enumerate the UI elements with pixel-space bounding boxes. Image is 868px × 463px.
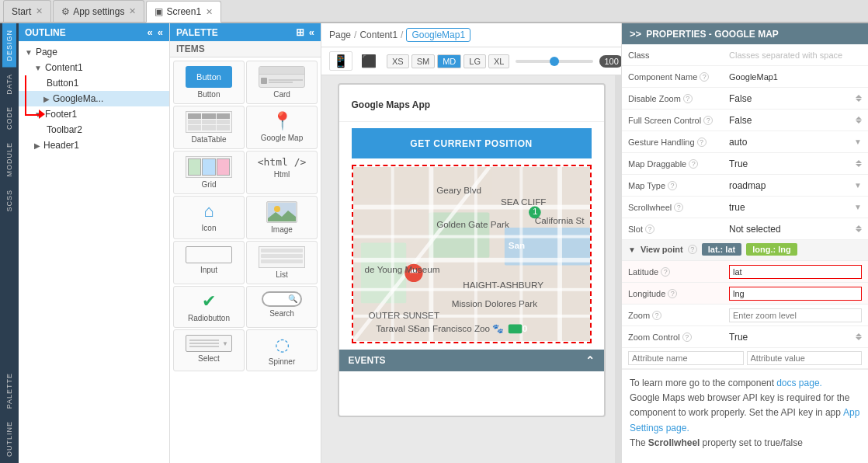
latitude-input[interactable] <box>729 265 862 279</box>
palette-collapse-icon[interactable]: « <box>309 26 314 38</box>
palette-grid-label: Grid <box>202 180 217 189</box>
tree-item-toolbar2[interactable]: Toolbar2 <box>19 122 169 138</box>
tab-app-settings[interactable]: ⚙ App settings ✕ <box>53 0 144 22</box>
viewpoint-badge-lat[interactable]: lat.: lat <box>702 243 741 256</box>
palette-item-input[interactable]: Input <box>173 241 245 284</box>
zoom-slider[interactable] <box>516 60 593 63</box>
palette-item-card[interactable]: Card <box>246 61 318 104</box>
sidebar-tab-scss[interactable]: SCSS <box>2 183 16 218</box>
disable-zoom-arrows[interactable] <box>856 95 862 102</box>
component-name-help[interactable]: ? <box>700 72 709 82</box>
palette-item-googlemap[interactable]: 📍 Google Map <box>246 106 318 149</box>
breadcrumb-content1[interactable]: Content1 <box>359 30 398 40</box>
expand-icon[interactable]: « <box>158 26 163 38</box>
phone-icon[interactable]: 📱 <box>329 51 352 71</box>
palette-grid-icon[interactable]: ⊞ <box>296 26 304 38</box>
device-icons: 📱 ⬛ <box>329 51 380 71</box>
palette-scroll: Button Button Card <box>170 57 321 463</box>
zoom-badge: 100 <box>599 55 621 68</box>
slot-arrows[interactable] <box>856 225 862 232</box>
tablet-icon[interactable]: ⬛ <box>357 51 380 71</box>
canvas-scrollbar[interactable] <box>615 75 621 463</box>
gesture-help[interactable]: ? <box>697 138 707 147</box>
fullscreen-arrows[interactable] <box>856 117 862 124</box>
attr-row <box>622 348 868 369</box>
draggable-help[interactable]: ? <box>689 159 698 169</box>
zoom-help[interactable]: ? <box>652 311 661 320</box>
props-label-disable-zoom: Disable Zoom ? <box>628 94 729 103</box>
longitude-input[interactable] <box>729 287 862 301</box>
latitude-help[interactable]: ? <box>661 267 670 277</box>
sidebar-tab-code[interactable]: CODE <box>2 100 16 136</box>
zoom-input[interactable] <box>729 308 862 322</box>
palette-item-grid[interactable]: Grid <box>173 151 245 194</box>
breadcrumb-page[interactable]: Page <box>329 30 351 40</box>
slot-help[interactable]: ? <box>645 225 654 234</box>
tree-item-button1[interactable]: Button1 <box>19 75 169 91</box>
map-svg: Golden Gate Park de Young Museum San SEA… <box>353 166 590 342</box>
tree-item-header1[interactable]: ▶ Header1 <box>19 138 169 153</box>
tab-screen1[interactable]: ▣ Screen1 ✕ <box>146 1 221 23</box>
map-container[interactable]: Golden Gate Park de Young Museum San SEA… <box>352 165 592 343</box>
sidebar-tab-outline[interactable]: OUTLINE <box>2 415 16 463</box>
tree-item-page[interactable]: ▼ Page <box>19 44 169 60</box>
palette-item-button[interactable]: Button Button <box>173 61 245 104</box>
tab-start[interactable]: Start ✕ <box>3 0 51 22</box>
size-lg[interactable]: LG <box>464 54 486 68</box>
size-md[interactable]: MD <box>437 54 461 68</box>
longitude-help[interactable]: ? <box>668 289 677 298</box>
collapse-icon[interactable]: « <box>148 26 153 38</box>
zoom-control-arrows[interactable] <box>856 333 862 340</box>
size-xs[interactable]: XS <box>387 54 409 68</box>
tree-item-googlemap[interactable]: ▶ GoogleMa... <box>19 91 169 106</box>
gesture-arrow[interactable]: ▼ <box>854 138 862 146</box>
palette-item-spinner[interactable]: ◌ Spinner <box>246 329 318 371</box>
scrollwheel-help[interactable]: ? <box>674 203 683 212</box>
get-position-label: GET CURRENT POSITION <box>410 138 532 149</box>
get-position-button[interactable]: GET CURRENT POSITION <box>352 128 592 158</box>
tab-start-close[interactable]: ✕ <box>36 6 43 16</box>
palette-panel-header: PALETTE ⊞ « <box>170 23 321 41</box>
zoom-control-help[interactable]: ? <box>682 332 692 342</box>
map-type-arrow[interactable]: ▼ <box>854 181 862 190</box>
palette-item-radiobutton[interactable]: ✔ Radiobutton <box>173 286 245 328</box>
palette-item-html[interactable]: <html /> Html <box>246 151 318 194</box>
viewpoint-help[interactable]: ? <box>688 245 697 254</box>
attr-name-input[interactable] <box>628 351 744 365</box>
viewpoint-badge-lng[interactable]: long.: lng <box>746 243 797 256</box>
props-row-scrollwheel: Scrollwheel ? true ▼ <box>622 197 868 218</box>
tab-app-settings-close[interactable]: ✕ <box>129 6 136 16</box>
svg-text:HAIGHT-ASHBURY: HAIGHT-ASHBURY <box>463 280 543 290</box>
palette-item-search[interactable]: 🔍 Search <box>246 286 318 328</box>
palette-googlemap-label: Google Map <box>261 134 303 142</box>
viewpoint-collapse[interactable]: ▼ <box>628 245 636 254</box>
palette-item-datatable[interactable]: DataTable <box>173 106 245 149</box>
palette-item-list[interactable]: List <box>246 241 318 284</box>
attr-value-input[interactable] <box>747 351 863 365</box>
slot-value: Not selected <box>729 224 781 235</box>
fullscreen-help[interactable]: ? <box>703 116 713 125</box>
palette-item-image[interactable]: Image <box>246 196 318 239</box>
disable-zoom-help[interactable]: ? <box>683 94 693 103</box>
palette-item-icon[interactable]: ⌂ Icon <box>173 196 245 239</box>
palette-item-select[interactable]: ▼ Select <box>173 329 245 371</box>
size-xl[interactable]: XL <box>488 54 509 68</box>
tree-label-header1: Header1 <box>43 140 79 151</box>
sidebar-tab-module[interactable]: MODULE <box>2 136 16 183</box>
sidebar-tab-palette[interactable]: PALETTE <box>2 367 16 415</box>
breadcrumb-active[interactable]: GoogleMap1 <box>406 28 470 42</box>
scrollwheel-arrow[interactable]: ▼ <box>854 203 862 211</box>
svg-text:Geary Blvd: Geary Blvd <box>436 185 481 195</box>
sidebar-tab-data[interactable]: DATA <box>2 68 16 101</box>
draggable-arrows[interactable] <box>856 160 862 167</box>
tree-item-footer1[interactable]: ▼ Footer1 <box>19 106 169 122</box>
svg-text:1: 1 <box>532 206 537 216</box>
bottom-link-1[interactable]: docs page. <box>776 378 822 388</box>
events-bar[interactable]: EVENTS ⌃ <box>339 350 604 371</box>
map-type-help[interactable]: ? <box>668 181 677 190</box>
size-sm[interactable]: SM <box>411 54 436 68</box>
tab-screen1-close[interactable]: ✕ <box>206 7 213 17</box>
tree-item-content1[interactable]: ▼ Content1 <box>19 60 169 75</box>
sidebar-tab-design[interactable]: DESIGN <box>2 23 16 68</box>
svg-text:Golden Gate Park: Golden Gate Park <box>436 219 509 229</box>
